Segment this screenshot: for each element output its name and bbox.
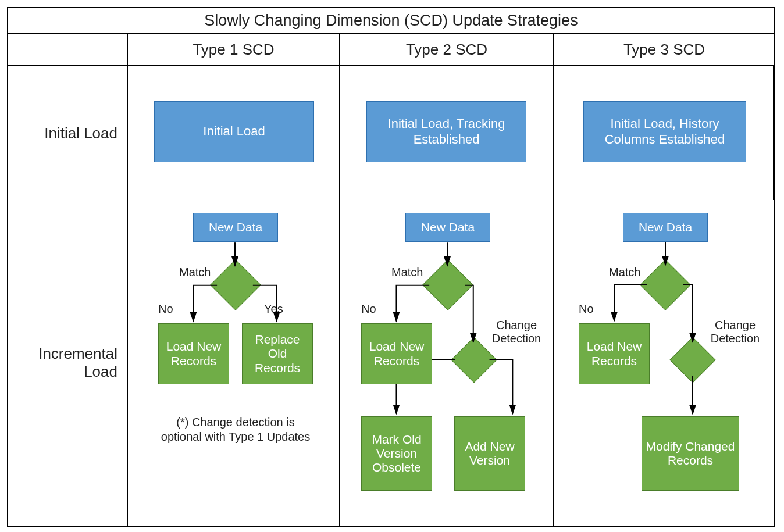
header-blank <box>8 34 128 66</box>
decision-match-t2 <box>430 267 466 303</box>
label-no-t1: No <box>158 302 173 316</box>
box-newdata-t2: New Data <box>405 213 490 242</box>
label-match-t2: Match <box>391 266 423 279</box>
cell-incremental-type1: New Data Match No Yes Load New Records R… <box>128 200 340 526</box>
label-no-t3: No <box>579 302 594 316</box>
box-add-version-t2: Add New Version <box>454 416 525 491</box>
header-type1: Type 1 SCD <box>128 34 340 66</box>
cell-initial-type1: Initial Load <box>128 66 340 200</box>
label-no-t2: No <box>361 302 376 316</box>
row-label-incremental: IncrementalLoad <box>8 200 128 526</box>
box-initial-load-t1: Initial Load <box>154 101 314 162</box>
label-match-t3: Match <box>609 266 640 279</box>
box-initial-load-t3: Initial Load, History Columns Establishe… <box>583 101 746 162</box>
footnote-t1: (*) Change detection is optional with Ty… <box>160 415 311 444</box>
box-newdata-t3: New Data <box>623 213 708 242</box>
scd-diagram: Slowly Changing Dimension (SCD) Update S… <box>7 7 775 527</box>
diagram-title: Slowly Changing Dimension (SCD) Update S… <box>8 8 774 34</box>
box-load-new-t2: Load New Records <box>361 323 432 384</box>
box-load-new-t3: Load New Records <box>579 323 650 384</box>
label-yes-t1: Yes <box>264 302 283 316</box>
box-mark-obsolete-t2: Mark Old Version Obsolete <box>361 416 432 491</box>
decision-change-t3 <box>676 344 709 376</box>
decision-match-t3 <box>647 267 683 303</box>
row-label-incremental-text: IncrementalLoad <box>38 345 117 381</box>
cell-initial-type3: Initial Load, History Columns Establishe… <box>554 66 774 200</box>
box-modify-changed-t3: Modify Changed Records <box>642 416 739 491</box>
box-replace-old-t1: Replace Old Records <box>242 323 313 384</box>
row-label-initial: Initial Load <box>8 66 128 200</box>
box-load-new-t1: Load New Records <box>158 323 229 384</box>
cell-initial-type2: Initial Load, Tracking Established <box>340 66 554 200</box>
header-type3: Type 3 SCD <box>554 34 774 66</box>
box-newdata-t1: New Data <box>193 213 278 242</box>
label-change-t2: Change Detection <box>490 319 543 345</box>
decision-match-t1 <box>218 267 254 303</box>
box-initial-load-t2: Initial Load, Tracking Established <box>366 101 526 162</box>
cell-incremental-type3: New Data Match No Load New Records Chang… <box>554 200 774 526</box>
header-type2: Type 2 SCD <box>340 34 554 66</box>
label-match-t1: Match <box>179 266 211 279</box>
label-change-t3: Change Detection <box>709 319 761 345</box>
decision-change-t2 <box>458 344 490 376</box>
cell-incremental-type2: New Data Match No Load New Records Chang… <box>340 200 554 526</box>
